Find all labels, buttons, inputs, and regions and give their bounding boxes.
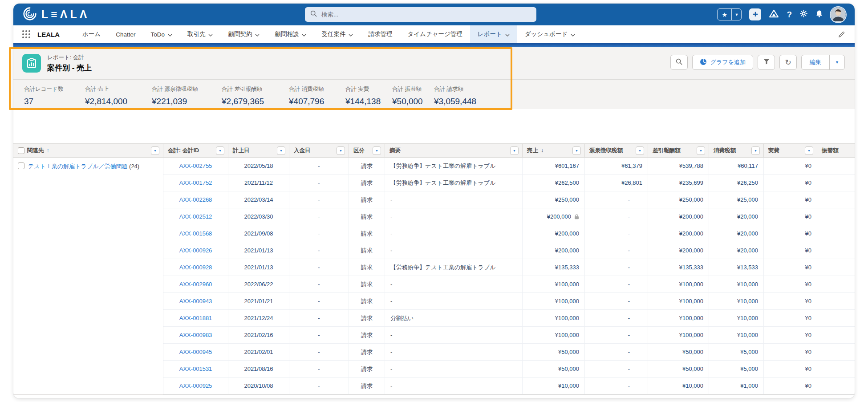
cell-value: ¥100,000 <box>679 298 703 305</box>
table-row: AXX-0018812021/12/24-請求分割払い¥100,000-¥100… <box>163 310 855 327</box>
nav-tab[interactable]: 顧問相談 <box>267 25 314 43</box>
account-id-link[interactable]: AXX-002268 <box>179 196 212 203</box>
favorites-caret-icon[interactable]: ▼ <box>731 9 741 20</box>
nav-tab[interactable]: レポート <box>470 25 517 43</box>
add-chart-button[interactable]: グラフを追加 <box>692 55 753 70</box>
column-filter-button[interactable]: ▼ <box>373 146 381 155</box>
total-item: 合計 消費税額¥407,796 <box>289 85 345 106</box>
report-actions: グラフを追加 ↻ 編集 ▼ <box>670 55 845 70</box>
column-filter-button[interactable]: ▼ <box>151 146 159 155</box>
cell-deposit-date: - <box>289 344 349 360</box>
column-label: 入金日 <box>294 147 311 154</box>
column-filter-button[interactable]: ▼ <box>337 146 345 155</box>
column-filter-button[interactable]: ▼ <box>216 146 224 155</box>
select-all-checkbox[interactable] <box>18 147 24 154</box>
account-id-link[interactable]: AXX-000983 <box>179 332 212 338</box>
trailhead-icon[interactable] <box>769 9 779 20</box>
row-checkbox[interactable] <box>18 162 24 169</box>
nav-tab[interactable]: 受任案件 <box>314 25 361 43</box>
cell-value: - <box>318 298 320 305</box>
cell-value: ¥0 <box>805 281 811 288</box>
nav-edit-pencil-icon[interactable] <box>838 31 845 38</box>
avatar[interactable] <box>831 7 846 22</box>
gear-icon[interactable] <box>799 9 808 20</box>
column-filter-button[interactable]: ▼ <box>572 146 581 155</box>
cell-sales: ¥262,500 <box>523 175 585 191</box>
account-id-link[interactable]: AXX-002755 <box>179 162 212 169</box>
nav-tab[interactable]: 顧問契約 <box>220 25 267 43</box>
cell-record-date: 2021/02/16 <box>228 327 289 343</box>
cell-tax: ¥25,000 <box>709 191 764 208</box>
cell-value: ¥0 <box>805 349 811 355</box>
column-filter-button[interactable]: ▼ <box>510 146 519 155</box>
column-filter-button[interactable]: ▼ <box>697 146 705 155</box>
add-button[interactable]: + <box>749 8 761 20</box>
column-filter-button[interactable]: ▼ <box>636 146 644 155</box>
edit-button[interactable]: 編集 <box>801 55 830 70</box>
account-id-link[interactable]: AXX-001881 <box>179 315 212 321</box>
nav-tab[interactable]: 取引先 <box>180 25 221 43</box>
chevron-down-icon <box>255 31 260 38</box>
cell-value: ¥100,000 <box>679 332 703 338</box>
cell-value: 請求 <box>361 230 373 238</box>
app-launcher-waffle-icon[interactable] <box>22 30 30 38</box>
account-id-link[interactable]: AXX-000943 <box>179 298 212 305</box>
cell-value: ¥50,000 <box>558 349 579 355</box>
column-filter-button[interactable]: ▼ <box>751 146 760 155</box>
account-id-link[interactable]: AXX-000925 <box>179 382 212 389</box>
search-input[interactable] <box>320 11 531 18</box>
favorites-button[interactable]: ★ ▼ <box>717 8 742 20</box>
nav-tab[interactable]: 請求管理 <box>361 25 400 43</box>
column-filter-button[interactable]: ▼ <box>805 146 813 155</box>
cell-note: 【労務紛争】テスト工業の解雇トラブル <box>385 175 523 191</box>
cell-value: - <box>318 281 320 288</box>
group-count: (24) <box>129 163 139 170</box>
star-icon[interactable]: ★ <box>718 9 731 20</box>
account-id-link[interactable]: AXX-000945 <box>179 349 212 355</box>
cell-expense: ¥0 <box>764 293 817 309</box>
cell-value: 2021/11/12 <box>244 179 273 186</box>
account-id-link[interactable]: AXX-002960 <box>179 281 212 288</box>
total-item: 合計 売上¥2,814,000 <box>85 85 152 106</box>
cell-transfer: ¥0 <box>817 175 855 191</box>
cell-value: - <box>628 382 630 389</box>
account-id-link[interactable]: AXX-001531 <box>179 365 212 372</box>
nav-tab[interactable]: ホーム <box>75 25 108 43</box>
cell-expense: ¥0 <box>764 208 817 225</box>
nav-tab[interactable]: Chatter <box>108 25 143 43</box>
column-filter-button[interactable]: ▼ <box>277 146 285 155</box>
account-id-link[interactable]: AXX-001568 <box>179 230 212 237</box>
global-search[interactable] <box>305 7 536 22</box>
account-id-link[interactable]: AXX-000926 <box>179 247 212 254</box>
table-row: AXX-0029602022/06/22-請求-¥100,000-¥100,00… <box>163 276 855 293</box>
help-icon[interactable]: ? <box>787 10 792 20</box>
cell-net-amount: ¥539,788 <box>648 158 709 174</box>
column-label: 源泉徴収税額 <box>589 147 623 154</box>
refresh-button[interactable]: ↻ <box>779 55 797 70</box>
column-header: 売上↓▼ <box>523 144 585 157</box>
cell-value: 2021/01/21 <box>244 298 273 305</box>
group-link[interactable]: テスト工業の解雇トラブル／労働問題 <box>28 163 127 170</box>
filter-button[interactable] <box>758 55 775 70</box>
cell-type: 請求 <box>349 293 385 309</box>
cell-value: - <box>318 247 320 254</box>
bell-icon[interactable] <box>815 10 823 20</box>
cell-value: - <box>390 196 392 203</box>
cell-tax: ¥20,000 <box>709 208 764 225</box>
cell-value: ¥100,000 <box>679 281 703 288</box>
cell-tax: ¥20,000 <box>709 242 764 259</box>
column-header: 振替額▼ <box>817 144 855 157</box>
account-id-link[interactable]: AXX-001752 <box>179 179 212 186</box>
nav-tab[interactable]: タイムチャージ管理 <box>400 25 470 43</box>
column-header: 実費▼ <box>764 144 817 157</box>
search-report-button[interactable] <box>670 55 688 70</box>
totals-row: 合計レコード数37合計 売上¥2,814,000合計 源泉徴収税額¥221,03… <box>13 80 855 106</box>
nav-tab[interactable]: ダッシュボード <box>517 25 583 43</box>
account-id-link[interactable]: AXX-000928 <box>179 264 212 271</box>
cell-value: ¥10,000 <box>558 382 579 389</box>
cell-tax: ¥10,000 <box>709 327 764 343</box>
nav-tab[interactable]: ToDo <box>143 25 180 43</box>
cell-withholding: - <box>585 208 648 225</box>
account-id-link[interactable]: AXX-002512 <box>179 213 212 220</box>
edit-caret-button[interactable]: ▼ <box>829 55 845 70</box>
